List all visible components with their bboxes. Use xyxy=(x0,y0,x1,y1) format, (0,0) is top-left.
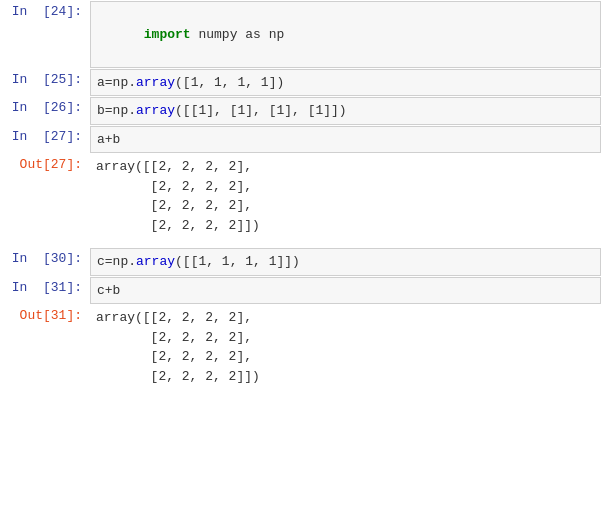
prompt-30: In [30]: xyxy=(0,248,90,266)
prompt-num-26: [26]: xyxy=(43,100,82,115)
spacer-1 xyxy=(0,239,601,247)
code-26[interactable]: b=np.array([[1], [1], [1], [1]]) xyxy=(90,97,601,125)
prompt-31-out: Out[31]: xyxy=(0,305,90,323)
cell-27-input: In [27]: a+b xyxy=(0,126,601,154)
code-31[interactable]: c+b xyxy=(90,277,601,305)
code-24[interactable]: import numpy as np xyxy=(90,1,601,68)
output-31: array([[2, 2, 2, 2], [2, 2, 2, 2], [2, 2… xyxy=(90,305,601,389)
output-27: array([[2, 2, 2, 2], [2, 2, 2, 2], [2, 2… xyxy=(90,154,601,238)
cell-30: In [30]: c=np.array([[1, 1, 1, 1]]) xyxy=(0,248,601,276)
code-27[interactable]: a+b xyxy=(90,126,601,154)
cell-24: In [24]: import numpy as np xyxy=(0,1,601,68)
fn-array-25: array xyxy=(136,75,175,90)
prompt-out-label-31: Out[31]: xyxy=(20,308,82,323)
cell-31-output: Out[31]: array([[2, 2, 2, 2], [2, 2, 2, … xyxy=(0,305,601,389)
fn-array-26: array xyxy=(136,103,175,118)
prompt-out-label-27: Out[27]: xyxy=(20,157,82,172)
prompt-24: In [24]: xyxy=(0,1,90,19)
keyword-as: as xyxy=(245,27,261,42)
prompt-num-31-in: [31]: xyxy=(43,280,82,295)
prompt-num-24: [24]: xyxy=(43,4,82,19)
keyword-import: import xyxy=(144,27,191,42)
prompt-27-in: In [27]: xyxy=(0,126,90,144)
cell-25: In [25]: a=np.array([1, 1, 1, 1]) xyxy=(0,69,601,97)
code-25[interactable]: a=np.array([1, 1, 1, 1]) xyxy=(90,69,601,97)
prompt-num-25: [25]: xyxy=(43,72,82,87)
prompt-num-27-in: [27]: xyxy=(43,129,82,144)
cell-27-output: Out[27]: array([[2, 2, 2, 2], [2, 2, 2, … xyxy=(0,154,601,238)
prompt-num-30: [30]: xyxy=(43,251,82,266)
prompt-27-out: Out[27]: xyxy=(0,154,90,172)
code-30[interactable]: c=np.array([[1, 1, 1, 1]]) xyxy=(90,248,601,276)
fn-array-30: array xyxy=(136,254,175,269)
prompt-25: In [25]: xyxy=(0,69,90,87)
prompt-31-in: In [31]: xyxy=(0,277,90,295)
notebook: In [24]: import numpy as np In [25]: a=n… xyxy=(0,1,601,389)
cell-31-input: In [31]: c+b xyxy=(0,277,601,305)
cell-26: In [26]: b=np.array([[1], [1], [1], [1]]… xyxy=(0,97,601,125)
prompt-26: In [26]: xyxy=(0,97,90,115)
